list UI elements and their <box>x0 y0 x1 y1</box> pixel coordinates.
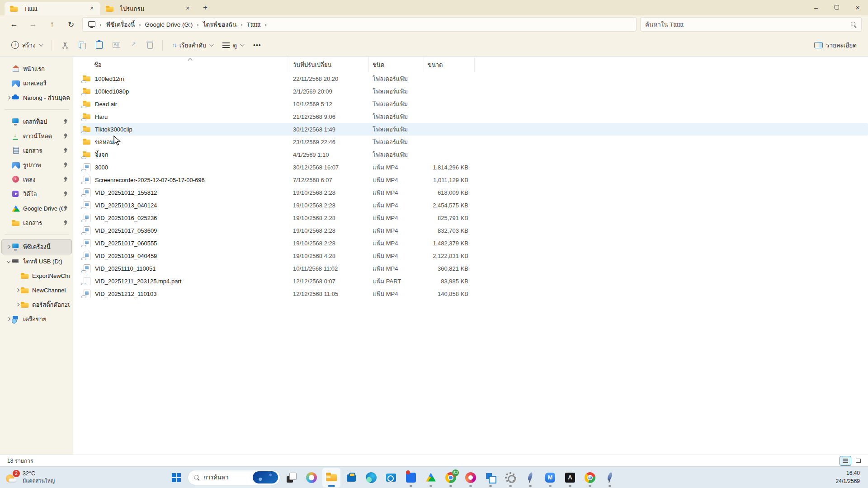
taskbar-app[interactable] <box>481 468 500 488</box>
chevron-right-icon[interactable] <box>5 316 12 322</box>
weather-widget[interactable]: 2 32°C มีแดดส่วนใหญ่ <box>0 467 60 488</box>
delete-button[interactable] <box>143 37 157 53</box>
view-button[interactable]: ดู <box>218 37 247 53</box>
rename-button[interactable] <box>108 37 124 53</box>
new-tab-button[interactable]: + <box>199 2 212 14</box>
file-row[interactable]: VID_20251012_155812 19/10/2568 2:28 แฟ้ม… <box>80 186 868 199</box>
search-box[interactable] <box>640 17 862 32</box>
icons-view-toggle[interactable] <box>853 456 863 465</box>
file-row[interactable]: 100led1080p 2/1/2569 20:09 โฟลเดอร์แฟ้ม <box>80 85 868 98</box>
sidebar-item[interactable]: Google Drive (G:) <box>2 201 71 216</box>
chevron-right-icon[interactable] <box>14 287 21 293</box>
sidebar-tree-item[interactable]: พีซีเครื่องนี้ <box>2 239 71 254</box>
sidebar-item[interactable]: เพลง <box>2 172 71 187</box>
taskbar-app[interactable] <box>342 468 360 488</box>
taskbar-app[interactable] <box>581 468 599 488</box>
file-row[interactable]: จิ้งจก 4/1/2569 1:10 โฟลเดอร์แฟ้ม <box>80 148 868 161</box>
start-button[interactable] <box>167 469 185 487</box>
taskbar-app[interactable] <box>302 468 321 488</box>
new-button[interactable]: สร้าง <box>7 37 46 53</box>
up-button[interactable]: ↑ <box>44 18 60 31</box>
sidebar-item[interactable]: ดาวน์โหลด <box>2 129 71 143</box>
breadcrumb-item[interactable]: Google Drive (G:) <box>142 20 196 29</box>
column-header-size[interactable]: ขนาด <box>424 57 475 72</box>
chevron-right-icon[interactable] <box>14 301 21 308</box>
file-row[interactable]: ขอหอม 23/1/2569 22:46 โฟลเดอร์แฟ้ม <box>80 136 868 148</box>
sidebar-tree-item[interactable]: ไดรฟ์ USB (D:) <box>2 254 71 268</box>
taskbar-app[interactable] <box>322 468 340 488</box>
details-view-toggle[interactable] <box>840 456 851 465</box>
taskbar-app[interactable] <box>382 468 400 488</box>
details-pane-button[interactable]: รายละเอียด <box>810 37 861 53</box>
tab-close-icon[interactable]: × <box>88 5 96 13</box>
breadcrumb[interactable]: › พีซีเครื่องนี้ › Google Drive (G:) › ไ… <box>82 17 637 32</box>
sort-ascending-icon <box>189 57 192 61</box>
minimize-button[interactable]: – <box>806 0 826 14</box>
file-row[interactable]: Dead air 10/1/2569 5:12 โฟลเดอร์แฟ้ม <box>80 98 868 110</box>
more-button[interactable]: ••• <box>249 37 265 53</box>
chevron-down-icon[interactable] <box>5 258 12 264</box>
taskbar-app[interactable] <box>601 468 619 488</box>
sidebar-item[interactable]: เอกสาร <box>2 216 71 230</box>
cut-button[interactable] <box>57 37 73 53</box>
column-header-name[interactable]: ชื่อ <box>80 57 289 72</box>
taskbar-app[interactable]: SJ <box>442 468 460 488</box>
file-row[interactable]: VID_20251017_060555 19/10/2568 2:28 แฟ้ม… <box>80 237 868 249</box>
paste-button[interactable] <box>92 37 107 53</box>
tab-close-icon[interactable]: × <box>184 5 192 13</box>
file-row[interactable]: Haru 21/12/2568 9:06 โฟลเดอร์แฟ้ม <box>80 110 868 123</box>
file-name: VID_20251017_060555 <box>95 240 157 247</box>
taskbar-app[interactable] <box>462 468 480 488</box>
breadcrumb-item[interactable]: พีซีเครื่องนี้ <box>104 19 137 30</box>
back-button[interactable]: ← <box>6 18 22 31</box>
file-row[interactable]: VID_20251211_203125.mp4.part 12/12/2568 … <box>80 275 868 287</box>
sidebar-item[interactable]: เอกสาร <box>2 143 71 158</box>
taskbar-app[interactable]: A <box>561 468 579 488</box>
refresh-button[interactable]: ↻ <box>63 18 79 31</box>
file-row[interactable]: VID_20251016_025236 19/10/2568 2:28 แฟ้ม… <box>80 211 868 224</box>
sidebar-tree-item[interactable]: ดอร์สติ๊กต๊อก2026 <box>2 297 71 312</box>
chevron-right-icon[interactable] <box>5 94 12 101</box>
taskbar-search[interactable]: การค้นหา <box>188 470 280 485</box>
taskbar-app[interactable] <box>402 468 420 488</box>
taskbar-app[interactable] <box>501 468 519 488</box>
taskbar-app[interactable] <box>283 468 301 488</box>
file-row[interactable]: 3000 30/12/2568 16:07 แฟ้ม MP4 1,814,296… <box>80 161 868 174</box>
breadcrumb-item[interactable]: ไดรฟ์ของฉัน <box>200 19 240 30</box>
explorer-tab[interactable]: โปรแกรม × <box>100 2 196 15</box>
taskbar-app[interactable] <box>521 468 539 488</box>
file-row[interactable]: VID_20251212_110103 12/12/2568 11:05 แฟ้… <box>80 287 868 300</box>
file-row[interactable]: Tiktok3000clip 30/12/2568 1:49 โฟลเดอร์แ… <box>80 123 868 136</box>
sidebar-item[interactable]: รูปภาพ <box>2 158 71 172</box>
file-row[interactable]: Screenrecorder-2025-12-07-05-17-00-696 7… <box>80 174 868 186</box>
search-input[interactable] <box>645 21 850 28</box>
file-row[interactable]: VID_20251013_040124 19/10/2568 2:28 แฟ้ม… <box>80 199 868 211</box>
sidebar-item[interactable]: Narong - ส่วนบุคคล <box>2 90 71 105</box>
taskbar-app[interactable] <box>362 468 380 488</box>
file-row[interactable]: VID_20251017_053609 19/10/2568 2:28 แฟ้ม… <box>80 224 868 237</box>
sidebar-item[interactable]: เดสก์ท็อป <box>2 114 71 129</box>
share-button[interactable] <box>126 37 142 53</box>
sidebar-tree-item[interactable]: เครือข่าย <box>2 312 71 326</box>
breadcrumb-item[interactable]: Ttttttt <box>244 20 264 29</box>
column-header-type[interactable]: ชนิด <box>369 57 424 72</box>
sidebar-item[interactable]: แกลเลอรี <box>2 76 71 90</box>
sidebar-item[interactable]: หน้าแรก <box>2 61 71 76</box>
column-header-date[interactable]: วันที่ปรับเปลี่ยน <box>289 57 369 72</box>
chevron-right-icon[interactable] <box>5 244 12 250</box>
copy-button[interactable] <box>75 37 90 53</box>
file-row[interactable]: VID_20251019_040459 19/10/2568 4:28 แฟ้ม… <box>80 249 868 262</box>
sidebar-tree-item[interactable]: ExportNewChanel <box>2 268 71 283</box>
explorer-tab[interactable]: Ttttttt × <box>5 2 100 15</box>
taskbar-app[interactable] <box>422 468 440 488</box>
taskbar-app[interactable]: M <box>541 468 559 488</box>
forward-button[interactable]: → <box>25 18 41 31</box>
clock[interactable]: 16:40 24/1/2569 <box>836 469 868 485</box>
file-row[interactable]: 100led12m 22/11/2568 20:20 โฟลเดอร์แฟ้ม <box>80 72 868 85</box>
sidebar-item[interactable]: วิดีโอ <box>2 187 71 201</box>
sort-button[interactable]: ↑↓ เรียงลำดับ <box>168 37 217 53</box>
file-row[interactable]: VID_20251110_110051 10/11/2568 11:02 แฟ้… <box>80 262 868 275</box>
maximize-button[interactable] <box>826 0 847 14</box>
sidebar-tree-item[interactable]: NewChannel <box>2 283 71 297</box>
close-button[interactable]: × <box>847 0 868 14</box>
